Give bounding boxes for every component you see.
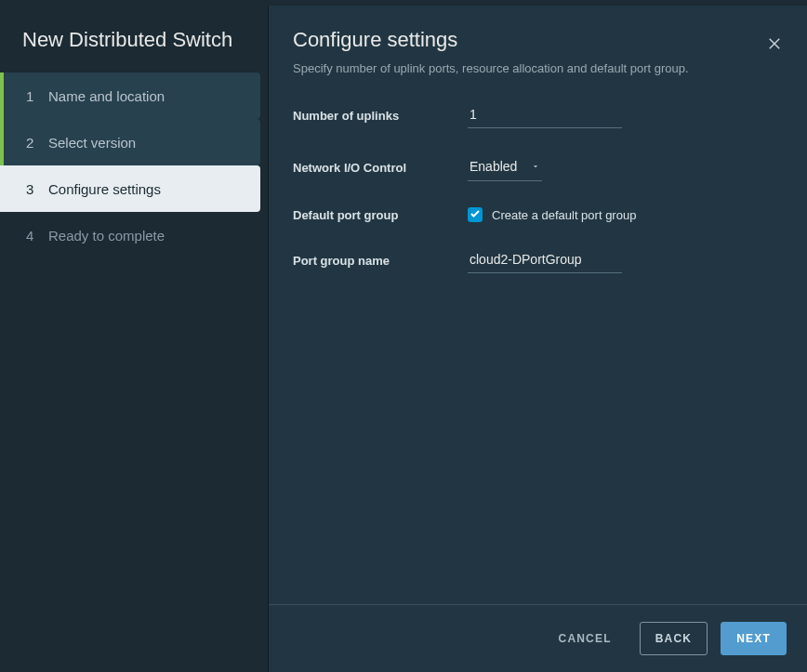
- step-number: 2: [26, 135, 48, 151]
- port-group-name-control: [468, 248, 622, 273]
- wizard-container: New Distributed Switch 1 Name and locati…: [0, 0, 807, 672]
- check-icon: [470, 206, 481, 223]
- uplinks-row: Number of uplinks: [293, 103, 783, 128]
- port-group-name-row: Port group name: [293, 248, 783, 273]
- close-button[interactable]: [762, 32, 787, 59]
- nioc-select-value: Enabled: [470, 159, 517, 174]
- uplinks-control: [468, 103, 622, 128]
- step-ready-to-complete: 4 Ready to complete: [0, 212, 260, 258]
- port-group-name-input[interactable]: [468, 248, 622, 273]
- uplinks-input[interactable]: [468, 103, 622, 128]
- step-select-version[interactable]: 2 Select version: [0, 119, 260, 165]
- panel-title: Configure settings: [293, 28, 783, 52]
- step-name-and-location[interactable]: 1 Name and location: [0, 72, 260, 119]
- default-port-group-checkbox[interactable]: [468, 207, 483, 222]
- step-label: Select version: [48, 135, 245, 151]
- default-port-group-control: Create a default port group: [468, 207, 636, 222]
- port-group-name-label: Port group name: [293, 254, 468, 268]
- step-number: 1: [26, 88, 48, 104]
- step-list: 1 Name and location 2 Select version 3 C…: [0, 72, 268, 258]
- step-label: Name and location: [48, 88, 245, 104]
- next-button[interactable]: NEXT: [721, 622, 787, 655]
- panel-subtitle: Specify number of uplink ports, resource…: [293, 61, 783, 75]
- step-configure-settings[interactable]: 3 Configure settings: [0, 165, 260, 212]
- form-body: Number of uplinks Network I/O Control En…: [269, 92, 807, 604]
- uplinks-label: Number of uplinks: [293, 109, 468, 123]
- back-button[interactable]: BACK: [640, 622, 708, 655]
- cancel-button[interactable]: CANCEL: [544, 623, 627, 654]
- wizard-sidebar: New Distributed Switch 1 Name and locati…: [0, 6, 268, 672]
- nioc-select[interactable]: Enabled: [468, 154, 542, 181]
- nioc-label: Network I/O Control: [293, 161, 468, 175]
- panel-header: Configure settings Specify number of upl…: [269, 6, 807, 92]
- chevron-down-icon: [531, 158, 540, 175]
- step-number: 4: [26, 228, 48, 244]
- step-label: Ready to complete: [48, 228, 245, 244]
- default-port-group-label: Default port group: [293, 208, 468, 222]
- main-panel: Configure settings Specify number of upl…: [268, 6, 807, 672]
- wizard-title: New Distributed Switch: [0, 28, 268, 72]
- wizard-footer: CANCEL BACK NEXT: [269, 604, 807, 672]
- default-port-group-checkbox-label: Create a default port group: [492, 208, 636, 222]
- step-number: 3: [26, 181, 48, 197]
- step-label: Configure settings: [48, 181, 245, 197]
- nioc-row: Network I/O Control Enabled: [293, 154, 783, 181]
- default-port-group-row: Default port group Create a default port…: [293, 207, 783, 222]
- close-icon: [766, 41, 783, 55]
